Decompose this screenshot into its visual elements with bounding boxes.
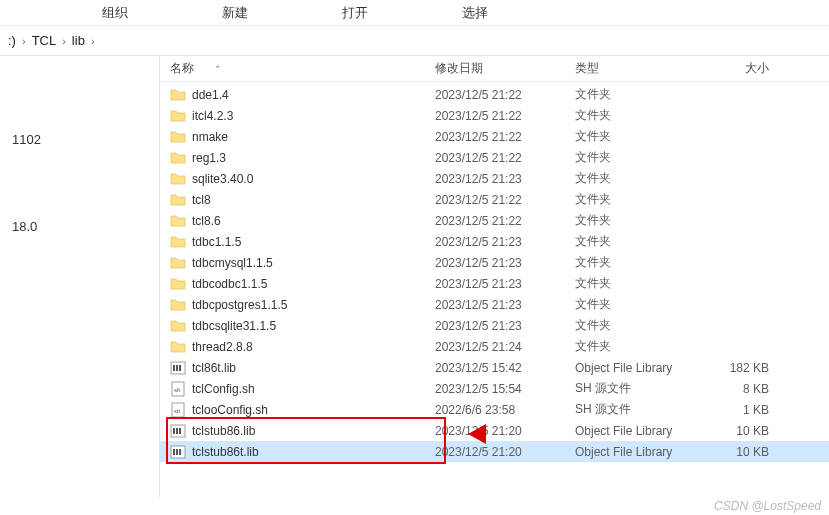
file-type: 文件夹 [575,275,705,292]
file-type: 文件夹 [575,128,705,145]
file-row[interactable]: itcl4.2.32023/12/5 21:22文件夹 [160,105,829,126]
breadcrumb-seg[interactable]: lib [72,33,85,48]
file-type: 文件夹 [575,107,705,124]
ribbon-tabs: 组织 新建 打开 选择 [0,0,829,26]
file-row[interactable]: dde1.42023/12/5 21:22文件夹 [160,84,829,105]
file-size: 182 KB [705,361,775,375]
sidebar-item[interactable]: 18.0 [0,213,159,240]
svg-rect-10 [176,428,178,434]
file-row[interactable]: shtclooConfig.sh2022/6/6 23:58SH 源文件1 KB [160,399,829,420]
folder-icon [170,318,186,334]
file-date: 2023/12/5 21:23 [435,298,575,312]
file-type: 文件夹 [575,86,705,103]
file-name: tdbcodbc1.1.5 [192,277,267,291]
file-date: 2023/12/5 21:22 [435,151,575,165]
shell-file-icon: sh [170,402,186,418]
file-type: 文件夹 [575,317,705,334]
folder-icon [170,87,186,103]
file-row[interactable]: tdbcpostgres1.1.52023/12/5 21:23文件夹 [160,294,829,315]
breadcrumb-seg[interactable]: :) [8,33,16,48]
file-type: 文件夹 [575,212,705,229]
svg-rect-9 [173,428,175,434]
file-name: tdbc1.1.5 [192,235,241,249]
nav-sidebar: 1102 18.0 [0,56,160,497]
file-name: tdbcsqlite31.1.5 [192,319,276,333]
svg-text:sh: sh [174,387,180,393]
file-row[interactable]: tdbcmysql1.1.52023/12/5 21:23文件夹 [160,252,829,273]
tab-open[interactable]: 打开 [295,4,415,22]
file-type: SH 源文件 [575,401,705,418]
file-date: 2023/12/5 21:23 [435,256,575,270]
file-name: tdbcpostgres1.1.5 [192,298,287,312]
file-date: 2023/12/5 21:23 [435,172,575,186]
svg-rect-13 [173,449,175,455]
file-name: nmake [192,130,228,144]
file-listing: 名称 ⌃ 修改日期 类型 大小 dde1.42023/12/5 21:22文件夹… [160,56,829,497]
file-row[interactable]: tclstub86.lib2023/12/5 21:20Object File … [160,420,829,441]
file-name: reg1.3 [192,151,226,165]
file-row[interactable]: tdbc1.1.52023/12/5 21:23文件夹 [160,231,829,252]
breadcrumb-seg[interactable]: TCL [32,33,57,48]
breadcrumb[interactable]: :) › TCL › lib › [0,26,829,56]
folder-icon [170,150,186,166]
folder-icon [170,192,186,208]
file-type: 文件夹 [575,254,705,271]
file-name: tcl8 [192,193,211,207]
folder-icon [170,171,186,187]
file-row[interactable]: tdbcsqlite31.1.52023/12/5 21:23文件夹 [160,315,829,336]
file-date: 2023/12/5 21:22 [435,130,575,144]
library-file-icon [170,423,186,439]
file-row[interactable]: nmake2023/12/5 21:22文件夹 [160,126,829,147]
file-name: thread2.8.8 [192,340,253,354]
file-name: tclstub86.lib [192,424,255,438]
file-name: tclstub86t.lib [192,445,259,459]
chevron-right-icon: › [91,35,95,47]
file-type: Object File Library [575,445,705,459]
file-row[interactable]: sqlite3.40.02023/12/5 21:23文件夹 [160,168,829,189]
tab-select[interactable]: 选择 [415,4,535,22]
library-file-icon [170,444,186,460]
folder-icon [170,297,186,313]
column-header-label: 名称 [170,60,194,77]
file-name: tcl86t.lib [192,361,236,375]
folder-icon [170,108,186,124]
file-date: 2023/12/5 21:24 [435,340,575,354]
file-row[interactable]: tcl82023/12/5 21:22文件夹 [160,189,829,210]
file-date: 2023/12/5 15:54 [435,382,575,396]
file-row[interactable]: reg1.32023/12/5 21:22文件夹 [160,147,829,168]
file-row[interactable]: tcl86t.lib2023/12/5 15:42Object File Lib… [160,357,829,378]
file-row[interactable]: thread2.8.82023/12/5 21:24文件夹 [160,336,829,357]
file-size: 10 KB [705,424,775,438]
folder-icon [170,234,186,250]
file-date: 2023/12/5 21:20 [435,445,575,459]
file-name: dde1.4 [192,88,229,102]
svg-rect-3 [179,365,181,371]
file-row[interactable]: tcl8.62023/12/5 21:22文件夹 [160,210,829,231]
column-header-size[interactable]: 大小 [705,60,775,77]
file-date: 2023/12/5 21:23 [435,277,575,291]
column-header-date[interactable]: 修改日期 [435,60,575,77]
file-name: tclConfig.sh [192,382,255,396]
tab-organize[interactable]: 组织 [55,4,175,22]
file-size: 1 KB [705,403,775,417]
folder-icon [170,276,186,292]
folder-icon [170,129,186,145]
file-type: 文件夹 [575,191,705,208]
file-type: Object File Library [575,361,705,375]
file-date: 2023/12/5 21:23 [435,235,575,249]
column-header-name[interactable]: 名称 ⌃ [170,60,435,77]
file-type: SH 源文件 [575,380,705,397]
file-row[interactable]: tclstub86t.lib2023/12/5 21:20Object File… [160,441,829,462]
file-row[interactable]: tdbcodbc1.1.52023/12/5 21:23文件夹 [160,273,829,294]
folder-icon [170,213,186,229]
file-date: 2023/12/5 21:22 [435,109,575,123]
column-headers: 名称 ⌃ 修改日期 类型 大小 [160,56,829,82]
sidebar-item[interactable]: 1102 [0,126,159,153]
folder-icon [170,255,186,271]
file-row[interactable]: shtclConfig.sh2023/12/5 15:54SH 源文件8 KB [160,378,829,399]
file-type: 文件夹 [575,170,705,187]
column-header-type[interactable]: 类型 [575,60,705,77]
file-date: 2023/12/5 15:42 [435,361,575,375]
tab-new[interactable]: 新建 [175,4,295,22]
svg-rect-11 [179,428,181,434]
